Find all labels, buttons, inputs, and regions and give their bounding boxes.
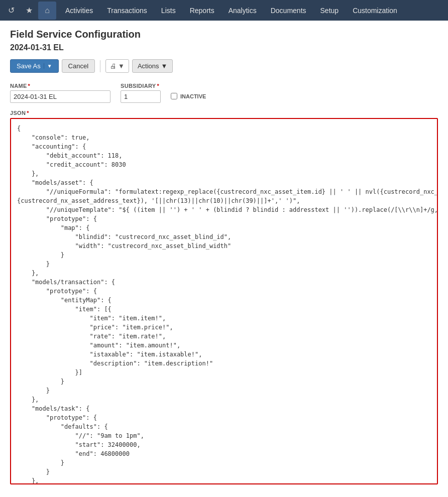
subsidiary-label: SUBSIDIARY* [121, 83, 161, 89]
top-navigation: ↺ ★ ⌂ Activities Transactions Lists Repo… [0, 0, 448, 21]
page-title: Field Service Configuration [10, 29, 438, 40]
form-field-name: NAME* [10, 83, 110, 103]
print-dropdown-arrow[interactable]: ▼ [118, 62, 125, 70]
nav-analytics[interactable]: Analytics [221, 0, 264, 21]
actions-label: Actions [138, 62, 159, 70]
nav-activities[interactable]: Activities [58, 0, 100, 21]
name-label: NAME* [10, 83, 110, 89]
save-as-dropdown-arrow[interactable]: ▼ [44, 63, 52, 69]
toolbar: Save As ▼ Cancel 🖨 ▼ Actions ▼ [10, 59, 438, 73]
actions-dropdown-arrow: ▼ [161, 62, 168, 70]
record-title: 2024-01-31 EL [10, 43, 438, 52]
save-as-label: Save As [17, 62, 44, 70]
json-label: JSON* [10, 110, 438, 116]
cancel-button[interactable]: Cancel [62, 59, 95, 73]
actions-button[interactable]: Actions ▼ [132, 59, 173, 73]
page-content: Field Service Configuration 2024-01-31 E… [0, 21, 448, 497]
nav-reports[interactable]: Reports [183, 0, 221, 21]
nav-transactions[interactable]: Transactions [100, 0, 154, 21]
history-button[interactable]: ↺ [2, 2, 20, 20]
nav-menu: Activities Transactions Lists Reports An… [58, 0, 404, 21]
name-input[interactable] [10, 90, 110, 103]
nav-documents[interactable]: Documents [264, 0, 313, 21]
form-row-name-subsidiary: NAME* SUBSIDIARY* INACTIVE [10, 83, 438, 103]
inactive-row: INACTIVE [171, 93, 206, 99]
inactive-checkbox[interactable] [171, 93, 177, 99]
inactive-label: INACTIVE [180, 93, 206, 99]
nav-customization[interactable]: Customization [346, 0, 404, 21]
form-field-subsidiary: SUBSIDIARY* [121, 83, 161, 103]
print-button[interactable]: 🖨 ▼ [105, 59, 129, 73]
home-button[interactable]: ⌂ [38, 2, 56, 20]
print-icon: 🖨 [110, 62, 117, 70]
subsidiary-input[interactable] [121, 90, 161, 103]
save-as-button[interactable]: Save As ▼ [10, 59, 59, 73]
nav-lists[interactable]: Lists [154, 0, 183, 21]
nav-setup[interactable]: Setup [313, 0, 346, 21]
favorites-button[interactable]: ★ [20, 2, 38, 20]
toolbar-divider [100, 60, 100, 72]
json-editor[interactable]: { "console": true, "accounting": { "debi… [10, 118, 438, 484]
